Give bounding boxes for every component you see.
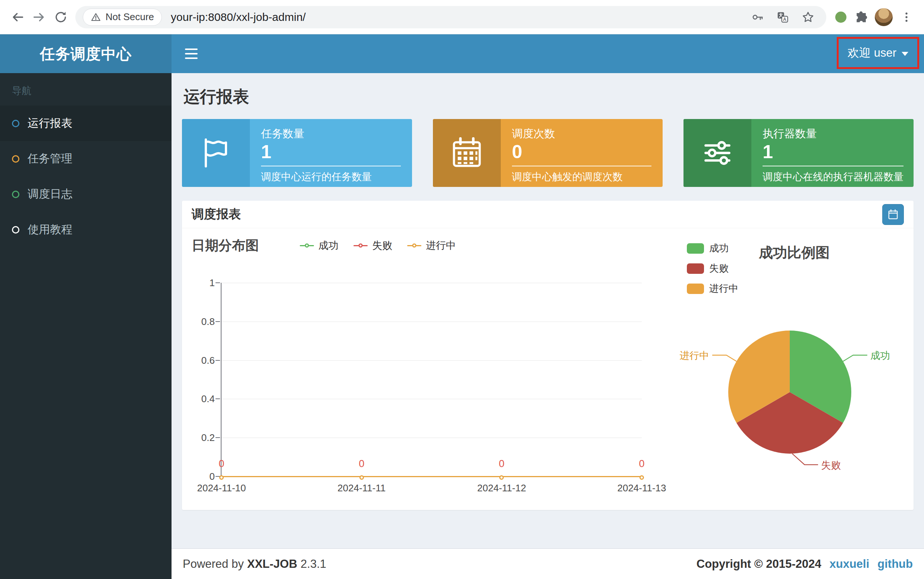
sidebar-toggle-icon[interactable] xyxy=(185,49,198,59)
pie-graphic: 成功 失败 进行中 xyxy=(667,294,913,491)
legend-item-success[interactable]: 成功 xyxy=(687,242,738,255)
pie-label-running: 进行中 xyxy=(680,350,709,361)
stat-box-trigger-count: 调度次数 0 调度中心触发的调度次数 xyxy=(433,119,663,187)
app-logo[interactable]: 任务调度中心 xyxy=(0,34,171,73)
line-chart-legend: 成功 失败 进行中 xyxy=(300,239,456,252)
powered-by-text: Powered by xyxy=(183,557,244,571)
sidebar-item-job-manage[interactable]: 任务管理 xyxy=(0,141,171,177)
legend-label: 失败 xyxy=(709,262,729,275)
user-dropdown[interactable]: 欢迎 user xyxy=(847,45,908,61)
legend-swatch-icon xyxy=(687,283,704,294)
legend-label: 失败 xyxy=(372,239,392,252)
stat-value: 1 xyxy=(762,141,903,162)
main-content: 运行报表 任务数量 1 调度中心运行的任务数量 xyxy=(171,73,924,579)
point-value-label: 0 xyxy=(359,458,364,470)
legend-item-running[interactable]: 进行中 xyxy=(407,239,456,252)
url-text[interactable]: your-ip:8080/xxl-job-admin/ xyxy=(171,11,746,23)
sliders-icon xyxy=(684,119,751,187)
legend-item-running[interactable]: 进行中 xyxy=(687,282,738,295)
legend-label: 成功 xyxy=(709,242,729,255)
reload-icon[interactable] xyxy=(50,7,72,28)
running-series-line xyxy=(222,476,642,477)
date-range-button[interactable] xyxy=(882,204,904,225)
report-panel: 调度报表 日期分布图 xyxy=(182,201,914,510)
x-axis-tick: 2024-11-12 xyxy=(477,483,526,494)
y-axis-tick: 0.8 xyxy=(201,316,215,327)
stat-box-executor-count: 执行器数量 1 调度中心在线的执行器机器数量 xyxy=(684,119,914,187)
sidebar-item-dashboard[interactable]: 运行报表 xyxy=(0,106,171,141)
success-ratio-chart: 成功 失败 进行中 成功 xyxy=(667,237,914,510)
flag-icon xyxy=(182,119,250,187)
forward-icon[interactable] xyxy=(28,7,50,28)
legend-item-success[interactable]: 成功 xyxy=(300,239,339,252)
legend-label: 进行中 xyxy=(709,282,738,295)
sidebar-item-label: 使用教程 xyxy=(28,222,72,237)
copyright-text: Copyright © 2015-2024 xyxy=(697,557,821,571)
address-bar[interactable]: Not Secure your-ip:8080/xxl-job-admin/ A xyxy=(75,6,826,28)
panel-title: 调度报表 xyxy=(192,206,241,223)
svg-text:A: A xyxy=(783,17,787,22)
app-header: 任务调度中心 欢迎 user xyxy=(0,34,924,73)
line-chart-title: 日期分布图 xyxy=(192,237,259,255)
line-plot-area: 1 0.8 0.6 0.4 0.2 0 xyxy=(221,283,642,477)
xuxueli-link[interactable]: xuxueli xyxy=(829,557,869,571)
y-axis-tick: 1 xyxy=(209,277,215,289)
legend-item-fail[interactable]: 失败 xyxy=(354,239,392,252)
legend-label: 成功 xyxy=(318,239,339,252)
legend-line-marker-icon xyxy=(354,245,368,246)
github-link[interactable]: github xyxy=(877,557,913,571)
sidebar-item-job-log[interactable]: 调度日志 xyxy=(0,177,171,212)
legend-swatch-icon xyxy=(687,263,704,274)
data-point xyxy=(499,475,504,480)
data-point xyxy=(359,475,364,480)
sidebar: 导航 运行报表 任务管理 调度日志 使用教程 xyxy=(0,73,171,579)
pie-label-success: 成功 xyxy=(870,350,890,361)
circle-icon xyxy=(12,120,20,127)
divider xyxy=(762,166,903,167)
bookmark-star-icon[interactable] xyxy=(797,7,819,28)
stat-value: 1 xyxy=(261,141,401,162)
calendar-icon xyxy=(433,119,501,187)
legend-line-marker-icon xyxy=(407,245,421,246)
y-axis-tick: 0.4 xyxy=(201,393,215,405)
y-axis-tick: 0.2 xyxy=(201,432,215,443)
legend-swatch-icon xyxy=(687,243,704,254)
point-value-label: 0 xyxy=(499,458,504,470)
screen: Not Secure your-ip:8080/xxl-job-admin/ A xyxy=(0,0,924,579)
pie-label-fail: 失败 xyxy=(821,460,841,471)
calendar-icon xyxy=(888,209,899,220)
stat-description: 调度中心触发的调度次数 xyxy=(512,170,652,183)
y-axis-tick: 0.6 xyxy=(201,355,215,366)
page-title: 运行报表 xyxy=(183,86,914,108)
extensions-puzzle-icon[interactable] xyxy=(850,7,872,28)
sidebar-item-label: 调度日志 xyxy=(28,186,72,202)
stat-title: 执行器数量 xyxy=(762,126,903,141)
user-dropdown-label: 欢迎 user xyxy=(847,45,896,61)
browser-menu-icon[interactable] xyxy=(896,7,917,28)
legend-item-fail[interactable]: 失败 xyxy=(687,262,738,275)
stat-title: 调度次数 xyxy=(512,126,652,141)
legend-label: 进行中 xyxy=(426,239,456,252)
sidebar-item-help[interactable]: 使用教程 xyxy=(0,212,171,247)
data-point xyxy=(219,475,224,480)
x-axis-tick: 2024-11-10 xyxy=(197,483,246,494)
legend-line-marker-icon xyxy=(300,245,314,246)
circle-icon xyxy=(12,191,20,198)
extension-dot-icon[interactable] xyxy=(835,11,846,23)
top-navbar: 欢迎 user xyxy=(171,34,924,73)
divider xyxy=(261,166,401,167)
point-value-label: 0 xyxy=(219,458,224,470)
translate-icon[interactable]: A xyxy=(772,7,793,28)
pie-chart-title: 成功比例图 xyxy=(759,243,830,262)
circle-icon xyxy=(12,155,20,163)
password-key-icon[interactable] xyxy=(746,7,768,28)
stat-row: 任务数量 1 调度中心运行的任务数量 调度次数 0 xyxy=(182,119,914,187)
back-icon[interactable] xyxy=(7,7,28,28)
profile-avatar[interactable] xyxy=(875,8,893,26)
security-badge[interactable]: Not Secure xyxy=(83,8,162,26)
sidebar-item-label: 任务管理 xyxy=(28,151,72,167)
divider xyxy=(512,166,652,167)
app-footer: Powered by XXL-JOB 2.3.1 Copyright © 201… xyxy=(171,548,924,579)
stat-value: 0 xyxy=(512,141,652,162)
x-axis-tick: 2024-11-13 xyxy=(617,483,666,494)
